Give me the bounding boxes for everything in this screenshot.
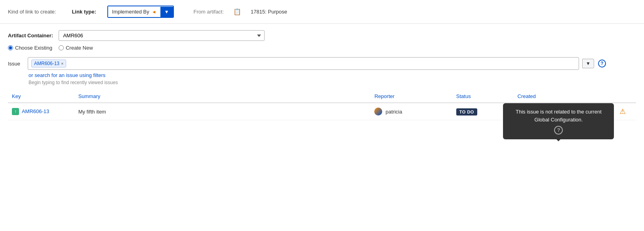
table-cell-reporter: patricia [370,103,452,120]
from-artifact-label: From artifact: [194,9,224,15]
col-header-created: Created [514,90,616,103]
radio-row: Choose Existing Create New [8,45,636,51]
table-cell-warning: This issue is not related to the current… [615,103,636,120]
help-icon: ? [600,61,603,66]
issue-row: Issue AMR606-13 × ▼ ? [8,57,636,70]
choose-existing-radio[interactable] [8,45,13,50]
tooltip-help-icon: ? [554,126,563,135]
create-new-label: Create New [66,45,93,51]
link-type-arrow-icon: ◄ [152,9,156,15]
artifact-container-label: Artifact Container: [8,33,53,38]
create-new-option[interactable]: Create New [59,45,93,51]
col-header-key: Key [8,90,74,103]
results-table: Key Summary Reporter Status Created ↑ AM… [8,90,636,120]
issue-label: Issue [8,61,24,67]
artifact-ref: 17815: Purpose [251,9,287,15]
col-header-reporter: Reporter [370,90,452,103]
issue-type-icon: ↑ [12,108,19,115]
tooltip-container: This issue is not related to the current… [619,107,626,116]
link-type-value: Implemented By [112,9,149,15]
issue-input-row: AMR606-13 × ▼ [28,57,594,70]
issue-help-button[interactable]: ? [598,60,606,67]
artifact-container-row: Artifact Container: AMR606 [8,30,636,41]
table-cell-summary: My fifth item [74,103,371,120]
typing-hint: Begin typing to find recently viewed iss… [29,80,636,85]
main-content: Artifact Container: AMR606 Choose Existi… [0,24,644,127]
link-type-dropdown-button[interactable]: ▼ [160,7,173,17]
reporter-name: patricia [385,109,402,115]
tooltip-box: This issue is not related to the current… [503,103,614,139]
tooltip-message: This issue is not related to the current… [516,109,602,123]
kind-of-link-label: Kind of link to create: [8,9,56,15]
issue-tag-close-icon[interactable]: × [61,61,63,66]
choose-existing-label: Choose Existing [15,45,52,51]
table-header-row: Key Summary Reporter Status Created [8,90,636,103]
link-type-select[interactable]: Implemented By ◄ ▼ [107,6,174,18]
chevron-down-icon: ▼ [586,61,591,66]
col-header-status: Status [452,90,514,103]
link-type-label: Link type: [72,9,96,15]
create-new-radio[interactable] [59,45,64,50]
top-bar: Kind of link to create: Link type: Imple… [0,0,644,24]
issue-input-wrapper[interactable]: AMR606-13 × [28,57,579,70]
chevron-down-icon: ▼ [164,9,169,15]
choose-existing-option[interactable]: Choose Existing [8,45,52,51]
status-badge: TO DO [456,108,477,116]
avatar [374,108,382,116]
link-type-text: Implemented By ◄ [108,6,160,17]
col-header-warning [615,90,636,103]
search-filters-link[interactable]: or search for an issue using filters [29,72,105,78]
issue-tag: AMR606-13 × [31,60,66,67]
key-link[interactable]: AMR606-13 [22,108,49,114]
issue-dropdown-button[interactable]: ▼ [582,59,594,68]
artifact-container-select[interactable]: AMR606 [59,30,265,41]
issue-tag-value: AMR606-13 [34,61,59,66]
col-header-summary: Summary [74,90,371,103]
warning-icon[interactable]: ⚠ [619,108,626,116]
artifact-icon: 📋 [233,8,241,15]
reporter-cell: patricia [374,108,448,116]
table-cell-key: ↑ AMR606-13 [8,103,74,120]
table-row: ↑ AMR606-13 My fifth item patricia TO DO… [8,103,636,120]
